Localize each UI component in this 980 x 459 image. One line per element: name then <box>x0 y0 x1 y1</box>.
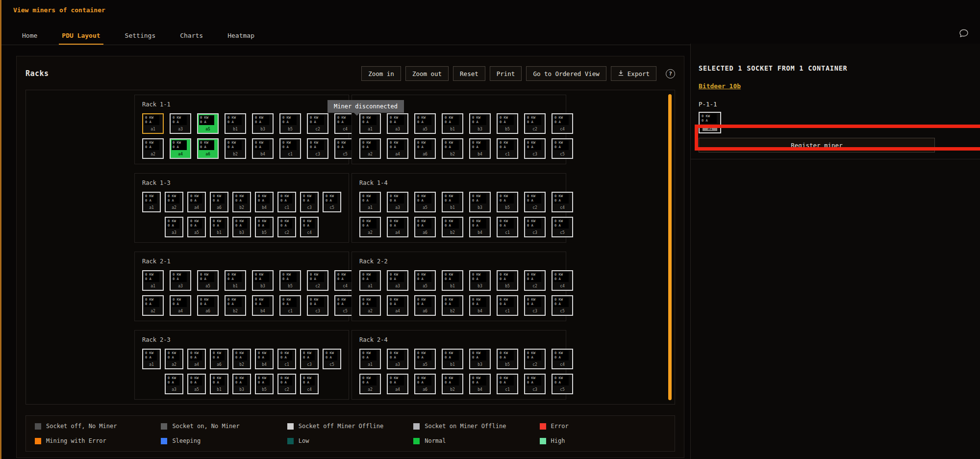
socket-c1[interactable]: 0 KW0 Ac1 <box>497 138 518 159</box>
socket-a2[interactable]: 0 KW0 Aa2 <box>165 349 183 369</box>
socket-b5[interactable]: 0 KW0 Ab5 <box>255 217 274 237</box>
socket-a2[interactable]: 0 KW0 Aa2 <box>359 295 381 316</box>
socket-a2[interactable]: 0 KW0 Aa2 <box>165 192 183 212</box>
socket-b4[interactable]: 0 KW0 Ab4 <box>469 217 491 237</box>
socket-c2[interactable]: 0 KW0 Ac2 <box>307 270 328 291</box>
socket-a1[interactable]: 0 KW0 Aa1 <box>359 192 381 212</box>
socket-b1[interactable]: 0 KW0 Ab1 <box>442 192 463 212</box>
socket-c3[interactable]: 0 KW0 Ac3 <box>524 217 546 237</box>
socket-c3[interactable]: 0 KW0 Ac3 <box>524 374 546 394</box>
socket-c2[interactable]: 0 KW0 Ac2 <box>524 349 546 369</box>
export-button[interactable]: Export <box>611 66 656 81</box>
socket-b2[interactable]: 0 KW0 Ab2 <box>225 295 246 316</box>
socket-a4[interactable]: 0 KW0 Aa4 <box>170 295 191 316</box>
socket-b4[interactable]: 0 KW0 Ab4 <box>469 374 491 394</box>
tab-charts[interactable]: Charts <box>177 27 206 45</box>
zoom-out-button[interactable]: Zoom out <box>405 66 449 81</box>
tab-pdu-layout[interactable]: PDU Layout <box>59 27 103 45</box>
socket-c1[interactable]: 0 KW0 Ac1 <box>279 138 301 159</box>
socket-b4[interactable]: 0 KW0 Ab4 <box>469 295 491 316</box>
socket-c1[interactable]: 0 KW0 Ac1 <box>277 349 296 369</box>
socket-a2[interactable]: 0 KW0 Aa2 <box>359 217 381 237</box>
socket-c1[interactable]: 0 KW0 Ac1 <box>497 217 518 237</box>
socket-b2[interactable]: 0 KW0 Ab2 <box>232 192 251 212</box>
socket-a1[interactable]: 0 KW0 Aa1 <box>142 270 164 291</box>
socket-b3[interactable]: 0 KW0 Ab3 <box>252 113 274 134</box>
socket-b2[interactable]: 0 KW0 Ab2 <box>442 217 463 237</box>
socket-b3[interactable]: 0 KW0 Ab3 <box>252 270 274 291</box>
socket-a6[interactable]: 0 KW0 Aa6 <box>414 217 436 237</box>
socket-c4[interactable]: 0 KW0 Ac4 <box>552 113 573 134</box>
socket-a3[interactable]: 0 KW0 Aa3 <box>165 217 183 237</box>
socket-b5[interactable]: 0 KW0 Ab5 <box>255 374 274 394</box>
socket-a5[interactable]: 0 KW0 Aa5 <box>414 270 436 291</box>
socket-b3[interactable]: 0 KW0 Ab3 <box>469 113 491 134</box>
socket-a4[interactable]: 0 KW0 Aa4 <box>187 192 206 212</box>
socket-a6[interactable]: 0 KW0 Aa6 <box>197 295 219 316</box>
socket-b5[interactable]: 0 KW0 Ab5 <box>279 270 301 291</box>
socket-a1[interactable]: 0 KW0 Aa1 <box>359 113 381 134</box>
socket-b1[interactable]: 0 KW0 Ab1 <box>225 113 246 134</box>
socket-c3[interactable]: 0 KW0 Ac3 <box>300 192 319 212</box>
socket-a3[interactable]: 0 KW0 Aa3 <box>170 113 191 134</box>
socket-c1[interactable]: 0 KW0 Ac1 <box>497 374 518 394</box>
socket-a4[interactable]: 0 KW0 Aa4 <box>187 349 206 369</box>
socket-a6[interactable]: 0 KW0 Aa6 <box>210 192 228 212</box>
tab-settings[interactable]: Settings <box>122 27 159 45</box>
reset-button[interactable]: Reset <box>453 66 485 81</box>
socket-a5[interactable]: 0 KW0 Aa5 <box>414 192 436 212</box>
socket-a6[interactable]: 0 KW0 Aa6 <box>210 349 228 369</box>
socket-c2[interactable]: 0 KW0 Ac2 <box>307 113 328 134</box>
socket-b3[interactable]: 0 KW0 Ab3 <box>232 217 251 237</box>
tab-home[interactable]: Home <box>19 27 40 45</box>
socket-a1[interactable]: 0 KW0 Aa1 <box>142 192 161 212</box>
socket-c5[interactable]: 0 KW0 Ac5 <box>552 374 573 394</box>
socket-b4[interactable]: 0 KW0 Ab4 <box>469 138 491 159</box>
socket-b2[interactable]: 0 KW0 Ab2 <box>232 349 251 369</box>
socket-b5[interactable]: 0 KW0 Ab5 <box>497 113 518 134</box>
socket-b1[interactable]: 0 KW0 Ab1 <box>442 270 463 291</box>
socket-a3[interactable]: 0 KW0 Aa3 <box>387 349 408 369</box>
socket-a3[interactable]: 0 KW0 Aa3 <box>170 270 191 291</box>
socket-a5[interactable]: 0 KW0 Aa5 <box>414 349 436 369</box>
socket-b5[interactable]: 0 KW0 Ab5 <box>497 192 518 212</box>
socket-a1[interactable]: 0 KW0 Aa1 <box>359 349 381 369</box>
register-miner-button[interactable]: Register miner <box>699 138 935 153</box>
socket-a6[interactable]: 0 KW0 Aa6 <box>414 295 436 316</box>
help-icon[interactable]: ? <box>666 69 675 78</box>
socket-a1[interactable]: 0 KW0 Aa1 <box>142 113 164 134</box>
socket-c2[interactable]: 0 KW0 Ac2 <box>277 374 296 394</box>
socket-a3[interactable]: 0 KW0 Aa3 <box>165 374 183 394</box>
socket-a6[interactable]: 0 KW0 Aa6 <box>414 374 436 394</box>
socket-a3[interactable]: 0 KW0 Aa3 <box>387 192 408 212</box>
socket-b5[interactable]: 0 KW0 Ab5 <box>497 270 518 291</box>
socket-c4[interactable]: 0 KW0 Ac4 <box>300 374 319 394</box>
socket-c1[interactable]: 0 KW0 Ac1 <box>277 192 296 212</box>
chat-bubble-icon[interactable] <box>958 28 969 39</box>
socket-b2[interactable]: 0 KW0 Ab2 <box>442 138 463 159</box>
socket-c3[interactable]: 0 KW0 Ac3 <box>524 138 546 159</box>
socket-b3[interactable]: 0 KW0 Ab3 <box>469 192 491 212</box>
socket-c1[interactable]: 0 KW0 Ac1 <box>279 295 301 316</box>
socket-c4[interactable]: 0 KW0 Ac4 <box>552 270 573 291</box>
socket-a5[interactable]: 0 KW0 Aa5 <box>197 113 219 134</box>
socket-c3[interactable]: 0 KW0 Ac3 <box>524 295 546 316</box>
socket-c4[interactable]: 0 KW0 Ac4 <box>300 217 319 237</box>
socket-b3[interactable]: 0 KW0 Ab3 <box>469 270 491 291</box>
socket-b3[interactable]: 0 KW0 Ab3 <box>232 374 251 394</box>
socket-c5[interactable]: 0 KW0 Ac5 <box>323 192 341 212</box>
socket-a5[interactable]: 0 KW0 Aa5 <box>414 113 436 134</box>
socket-a1[interactable]: 0 KW0 Aa1 <box>359 270 381 291</box>
socket-a2[interactable]: 0 KW0 Aa2 <box>142 295 164 316</box>
socket-b4[interactable]: 0 KW0 Ab4 <box>255 349 274 369</box>
socket-a3[interactable]: 0 KW0 Aa3 <box>387 113 408 134</box>
socket-b1[interactable]: 0 KW0 Ab1 <box>225 270 246 291</box>
socket-b4[interactable]: 0 KW0 Ab4 <box>252 295 274 316</box>
socket-a6[interactable]: 0 KW0 Aa6 <box>414 138 436 159</box>
socket-a2[interactable]: 0 KW0 Aa2 <box>359 374 381 394</box>
zoom-in-button[interactable]: Zoom in <box>361 66 401 81</box>
socket-b4[interactable]: 0 KW0 Ab4 <box>252 138 274 159</box>
socket-b5[interactable]: 0 KW0 Ab5 <box>279 113 301 134</box>
socket-c3[interactable]: 0 KW0 Ac3 <box>300 349 319 369</box>
socket-c4[interactable]: 0 KW0 Ac4 <box>552 192 573 212</box>
